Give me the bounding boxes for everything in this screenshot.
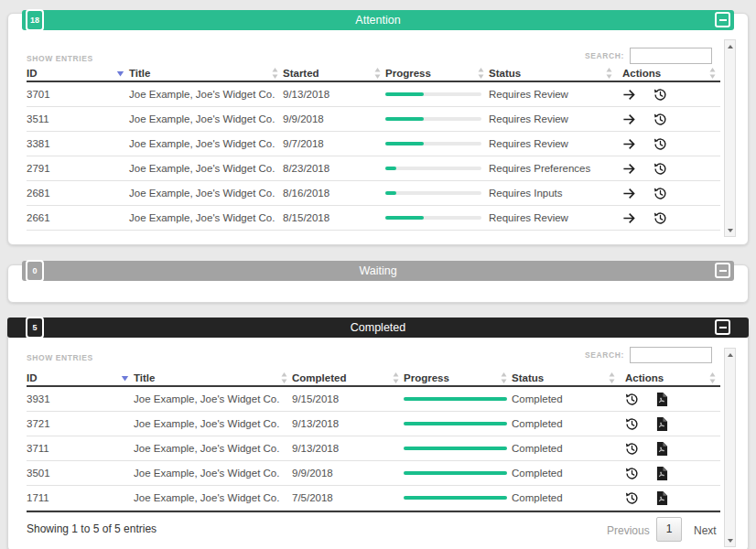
collapse-button[interactable] <box>715 263 730 278</box>
cell-status: Completed <box>512 393 620 404</box>
sort-icon <box>606 68 612 79</box>
scroll-down-icon[interactable] <box>725 225 735 235</box>
vertical-scrollbar[interactable] <box>724 39 736 237</box>
arrow-right-icon[interactable] <box>622 187 636 200</box>
history-icon[interactable] <box>625 491 639 505</box>
arrow-right-icon[interactable] <box>622 211 636 225</box>
completed-table-header: ID Title Completed Progress Status Actio… <box>27 370 720 387</box>
table-row: 2791 Joe Example, Joe's Widget Co. 8/23/… <box>27 156 720 181</box>
cell-progress <box>385 142 489 145</box>
cell-title: Joe Example, Joe's Widget Co. <box>134 393 292 404</box>
previous-page-button[interactable]: Previous <box>607 524 650 537</box>
search-input[interactable] <box>630 347 712 363</box>
search-control: SEARCH: <box>585 48 712 64</box>
file-pdf-icon[interactable] <box>656 467 668 480</box>
cell-status: Requires Review <box>489 138 617 149</box>
progress-track <box>404 397 507 401</box>
collapse-button[interactable] <box>715 12 730 27</box>
attention-panel-title: Attention <box>355 14 400 27</box>
cell-actions <box>617 137 720 151</box>
progress-fill <box>404 471 507 475</box>
file-pdf-icon[interactable] <box>656 491 668 505</box>
column-header-status[interactable]: Status <box>489 65 617 81</box>
column-header-actions[interactable]: Actions <box>617 65 720 81</box>
column-header-title[interactable]: Title <box>134 370 292 385</box>
file-pdf-icon[interactable] <box>656 442 668 456</box>
attention-count-badge: 18 <box>26 9 44 31</box>
progress-fill <box>404 397 507 401</box>
history-icon[interactable] <box>653 187 667 200</box>
cell-progress <box>404 397 512 401</box>
cell-progress <box>404 471 512 475</box>
attention-panel: SHOW ENTRIES SEARCH: ID Title Started Pr… <box>7 13 749 245</box>
cell-date: 9/9/2018 <box>283 113 385 124</box>
scroll-up-icon[interactable] <box>725 350 735 360</box>
table-row: 3701 Joe Example, Joe's Widget Co. 9/13/… <box>27 82 720 107</box>
search-input[interactable] <box>630 48 712 64</box>
sort-icon <box>281 372 287 383</box>
page-number-button[interactable]: 1 <box>656 517 682 542</box>
column-header-id[interactable]: ID <box>27 65 129 81</box>
history-icon[interactable] <box>625 442 639 456</box>
column-header-started[interactable]: Started <box>283 65 385 81</box>
arrow-right-icon[interactable] <box>622 113 636 126</box>
scroll-up-icon[interactable] <box>725 41 735 51</box>
file-pdf-icon[interactable] <box>656 417 668 431</box>
sort-icon <box>709 372 716 383</box>
cell-actions <box>620 442 720 456</box>
table-row: 2681 Joe Example, Joe's Widget Co. 8/16/… <box>27 181 720 206</box>
collapse-button[interactable] <box>715 319 730 335</box>
sort-icon <box>374 68 381 79</box>
history-icon[interactable] <box>653 162 667 176</box>
cell-date: 9/13/2018 <box>292 418 404 429</box>
progress-track <box>404 471 507 475</box>
completed-panel: SHOW ENTRIES SEARCH: ID Title Completed … <box>7 321 749 549</box>
scroll-down-icon[interactable] <box>725 535 735 545</box>
column-header-actions[interactable]: Actions <box>620 370 720 385</box>
history-icon[interactable] <box>653 88 667 102</box>
cell-status: Requires Review <box>489 89 617 100</box>
history-icon[interactable] <box>653 137 667 151</box>
arrow-right-icon[interactable] <box>622 137 636 151</box>
vertical-scrollbar[interactable] <box>724 348 736 547</box>
cell-progress <box>385 117 489 121</box>
column-header-completed[interactable]: Completed <box>292 370 404 385</box>
cell-progress <box>385 167 489 170</box>
history-icon[interactable] <box>625 467 639 480</box>
cell-title: Joe Example, Joe's Widget Co. <box>129 188 283 199</box>
history-icon[interactable] <box>625 393 639 406</box>
column-header-progress[interactable]: Progress <box>404 370 512 385</box>
attention-panel-header: 18 Attention <box>22 10 734 30</box>
history-icon[interactable] <box>653 211 667 225</box>
cell-actions <box>620 393 720 406</box>
table-row: 3381 Joe Example, Joe's Widget Co. 9/7/2… <box>27 132 720 156</box>
cell-date: 9/13/2018 <box>292 443 404 454</box>
progress-track <box>385 167 481 170</box>
cell-title: Joe Example, Joe's Widget Co. <box>134 418 292 429</box>
column-header-id[interactable]: ID <box>27 370 134 385</box>
search-label: SEARCH: <box>585 350 624 360</box>
sort-icon <box>709 68 716 79</box>
sort-icon <box>501 372 507 383</box>
cell-id: 3511 <box>27 113 129 124</box>
waiting-panel-header: 0 Waiting <box>22 261 734 281</box>
arrow-right-icon[interactable] <box>622 88 636 102</box>
arrow-right-icon[interactable] <box>622 162 636 176</box>
sort-descending-icon <box>116 70 124 77</box>
cell-date: 9/7/2018 <box>283 138 385 149</box>
column-header-status[interactable]: Status <box>512 370 620 385</box>
history-icon[interactable] <box>625 417 639 431</box>
file-pdf-icon[interactable] <box>656 393 668 406</box>
progress-track <box>404 422 507 425</box>
table-row: 3501 Joe Example, Joe's Widget Co. 9/9/2… <box>27 461 720 486</box>
history-icon[interactable] <box>653 113 667 126</box>
attention-table-header: ID Title Started Progress Status Actions <box>27 65 720 82</box>
search-control: SEARCH: <box>585 347 712 363</box>
column-header-title[interactable]: Title <box>129 65 283 81</box>
cell-id: 3501 <box>27 468 134 479</box>
next-page-button[interactable]: Next <box>694 524 717 537</box>
column-header-progress[interactable]: Progress <box>385 65 489 81</box>
cell-actions <box>620 491 720 505</box>
cell-id: 2661 <box>27 212 129 223</box>
progress-fill <box>385 167 396 170</box>
